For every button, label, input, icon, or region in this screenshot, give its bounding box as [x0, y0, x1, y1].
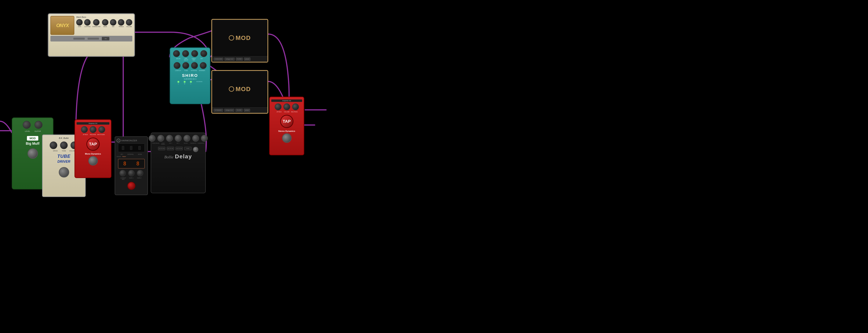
amp-character-label: CHARACTER [92, 26, 100, 27]
shiro-predelay-knob[interactable] [182, 50, 189, 57]
mod-cab-bottom-btn-4[interactable]: preset [244, 109, 250, 112]
delay-overdrive-label: OVERDRIVE [197, 143, 204, 145]
big-muff-guitar-knob[interactable] [34, 121, 42, 129]
mono-dynamics-attack-knob[interactable] [81, 126, 88, 133]
harm-master-knob[interactable] [127, 182, 135, 190]
delay-tempo-knob[interactable] [149, 135, 155, 142]
harm-gain1-knob[interactable] [128, 170, 134, 176]
mono-dynamics-footswitch[interactable] [88, 156, 98, 166]
mod-cab-bottom-screen: MOD [213, 72, 266, 106]
big-muff-level-label: LEVEL [24, 130, 31, 132]
stereo-dynamics-brand-header: Empress 4:8 [271, 99, 302, 102]
shiro-tone-label: TONE [183, 70, 190, 71]
shiro-shimmer-label: SHIMMER [199, 70, 206, 71]
td-drive-label: DRIVE [52, 150, 59, 152]
mod-cab-top-btn-3[interactable]: FILTER [236, 58, 243, 61]
amp-volume-knob[interactable] [126, 19, 132, 26]
shiro-interval-knob[interactable] [191, 62, 198, 69]
mod-brand-text-bottom: MOD [236, 86, 251, 93]
amp-clipping-knob[interactable] [84, 19, 91, 26]
delay-tap-knob[interactable] [193, 147, 198, 152]
harmonizer-pedal: ⊙ Harmonizer KEY INTERVAL MODE SCALE: Ha… [115, 136, 148, 195]
delay-loop-tempo-knob[interactable] [157, 135, 164, 142]
delay-dry-l-knob[interactable] [175, 135, 182, 142]
mono-dynamics-gain-knob[interactable] [98, 126, 105, 133]
delay-feedback-knob[interactable] [192, 135, 199, 142]
delay-go-to-on-btn-1[interactable]: GO TO ON [158, 147, 165, 150]
mod-cab-bottom-btn-3[interactable]: FILTER [236, 109, 243, 112]
mono-dynamics-tap-button[interactable]: TAP [87, 137, 100, 151]
mod-cab-bottom-btn-2[interactable]: vintage 2x12 [224, 109, 235, 112]
delay-blend-knob[interactable] [184, 135, 190, 142]
mod-cab-top-btn-1[interactable]: N ENCODE [214, 58, 223, 61]
shiro-brand-name: SHIRO [182, 73, 198, 78]
delay-go-to-on-btn-2[interactable]: GO TO ON [167, 147, 174, 150]
big-muff-level-knob[interactable] [23, 121, 31, 129]
big-muff-footswitch[interactable] [28, 148, 38, 159]
tube-driver-footswitch[interactable] [59, 167, 69, 177]
harm-mode-label: MODE [138, 154, 142, 155]
harm-interval-display [130, 146, 132, 150]
tube-driver-drive-knob[interactable] [50, 141, 57, 149]
delay-fade-btn[interactable]: FADE [184, 147, 191, 150]
mod-logo-bottom: MOD [229, 86, 251, 93]
td-tone-label: TONE [60, 150, 68, 152]
mono-dynamics-release-knob[interactable] [90, 126, 96, 133]
onyx-amp-head: ONYX Mark Bass GAIN CLIPPING CHARACTER [48, 13, 135, 57]
shiro-reverb-pedal: DECAY PRE-DELAY EARLY REF. MIX LOW/CUT T… [169, 47, 210, 104]
shiro-switch-l2[interactable]: L [190, 81, 192, 85]
big-muff-model-name: Big Muff [26, 142, 39, 146]
shiro-switch-m[interactable]: M [184, 81, 185, 85]
delay-overdrive-knob[interactable] [201, 135, 208, 142]
shiro-model-name: SUBVERB MK II [184, 78, 196, 80]
amp-eq-slider-1[interactable] [73, 38, 85, 40]
amp-character-knob[interactable] [93, 19, 99, 26]
mod-cab-bottom-footer: N PANNED vintage 2x12 FILTER preset [212, 107, 268, 113]
stereo-dynamics-volume-knob[interactable] [283, 103, 290, 110]
delay-go-to-on-btn-3[interactable]: GO TO ON [176, 147, 183, 150]
mono-dynamics-pedal: Empress 4:8 ATTACK RELEASE INPUT/GAIN TA… [74, 119, 112, 178]
big-muff-guitar-label: GUITAR [34, 130, 42, 132]
mod-cab-top-btn-4[interactable]: preset [244, 58, 250, 61]
shiro-roomsize-switch[interactable]: ROOMSIZE [196, 81, 203, 85]
tube-driver-title-line1: TUBE [57, 154, 70, 159]
mod-cab-top-footer: N ENCODE vintage 2x12 FILTER preset [212, 56, 268, 62]
harm-gain2-knob[interactable] [137, 170, 143, 176]
stereo-dynamics-tap-button[interactable]: TAP [280, 115, 293, 128]
amp-power-switch[interactable]: ON [102, 37, 110, 40]
shiro-shimmer-knob[interactable] [200, 62, 207, 69]
shiro-lowcut-knob[interactable] [174, 62, 181, 69]
mono-dynamics-title: Mono Dynamics [85, 153, 101, 155]
stereo-dynamics-attack-knob[interactable] [275, 103, 281, 110]
amp-speaker-grille: ONYX [51, 16, 74, 35]
delay-brand-name: Bollie [164, 155, 174, 159]
amp-mid-knob[interactable] [110, 19, 116, 26]
amp-brand-sub: Mark Bass [76, 16, 132, 18]
shiro-lowcut-label: LOW/CUT [175, 70, 182, 71]
mod-ring-icon-bottom [229, 87, 234, 92]
harm-lowest-wet-knob[interactable] [119, 170, 126, 176]
shiro-decay-knob[interactable] [173, 50, 180, 57]
stereo-dynamics-neutron-knob[interactable] [292, 103, 299, 110]
stereo-dynamics-footswitch[interactable] [282, 133, 291, 143]
delay-dry-i-knob[interactable] [166, 135, 173, 142]
amp-gain-knob[interactable] [76, 19, 83, 26]
mod-cabinet-bottom: MOD N PANNED vintage 2x12 FILTER preset [211, 70, 268, 114]
shiro-mix-knob[interactable] [200, 50, 207, 57]
mod-logo-top: MOD [229, 34, 251, 41]
harmonizer-brand-icon: ⊙ [117, 139, 120, 142]
amp-treble-knob[interactable] [118, 19, 124, 26]
tube-driver-brand: B.K. Butler [59, 137, 69, 139]
shiro-tone-knob[interactable] [182, 62, 189, 69]
mod-cab-top-btn-2[interactable]: vintage 2x12 [224, 58, 235, 61]
amp-controls-panel: Mark Bass GAIN CLIPPING CHARACTER BASS [76, 16, 132, 35]
amp-bass-knob[interactable] [102, 19, 108, 26]
harmonizer-digit-display: 8 8 [118, 159, 145, 168]
tube-driver-tone-knob[interactable] [60, 141, 68, 149]
shiro-switch-l[interactable]: L [178, 81, 179, 85]
sd-volume-label: VOLUME [283, 111, 290, 112]
shiro-earlyref-knob[interactable] [191, 50, 198, 57]
mod-cab-bottom-btn-1[interactable]: N PANNED [214, 109, 223, 112]
amp-eq-slider-2[interactable] [88, 38, 99, 40]
shiro-decay-label: DECAY [175, 58, 182, 61]
